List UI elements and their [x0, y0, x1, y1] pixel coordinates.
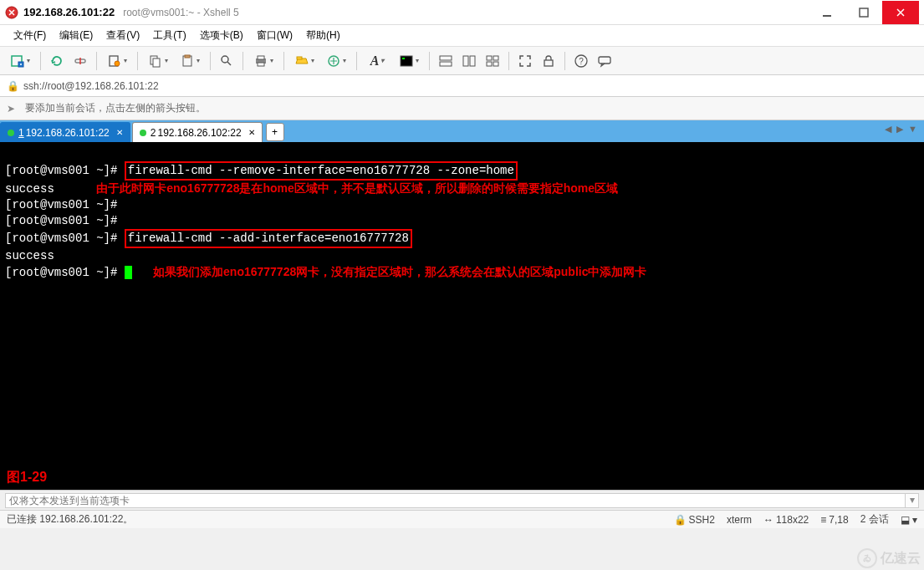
prompt: [root@vms001 ~]# [5, 232, 117, 245]
lock-icon: 🔒 [674, 514, 687, 526]
svg-text:?: ? [579, 57, 584, 66]
window-titlebar: 192.168.26.101:22 root@vms001:~ - Xshell… [0, 0, 924, 25]
session-tab-2[interactable]: 2 192.168.26.102:22 ✕ [132, 122, 263, 142]
svg-rect-22 [463, 56, 468, 66]
menu-window[interactable]: 窗口(W) [250, 28, 299, 43]
svg-rect-19 [402, 58, 405, 59]
status-extra[interactable]: ⬓ ▾ [901, 514, 917, 526]
toolbar-separator [210, 52, 211, 70]
send-input[interactable] [5, 493, 906, 508]
resize-icon: ↔ [763, 514, 773, 526]
svg-rect-18 [401, 56, 412, 66]
svg-rect-11 [185, 55, 190, 58]
tab-list-icon[interactable]: ▼ [906, 124, 919, 135]
svg-rect-24 [487, 56, 492, 60]
menu-edit[interactable]: 编辑(E) [53, 28, 100, 43]
feedback-button[interactable] [594, 50, 615, 72]
minimize-button[interactable] [809, 1, 845, 24]
add-session-arrow-button[interactable]: ➤ [7, 103, 20, 115]
menu-tools[interactable]: 工具(T) [146, 28, 192, 43]
svg-point-12 [222, 56, 228, 63]
status-dot-icon [140, 130, 146, 136]
svg-rect-16 [297, 57, 302, 59]
toolbar-separator [242, 52, 243, 70]
toolbar: ▾ ▾ ▾ ▾ ▾ ▾ ▾ A▾ ▾ ? [0, 47, 924, 75]
maximize-button[interactable] [845, 1, 882, 24]
info-bar: ➤ 要添加当前会话，点击左侧的箭头按钮。 [0, 97, 924, 120]
watermark-icon: ゐ [857, 548, 877, 568]
font-button[interactable]: A▾ [362, 50, 392, 72]
tab-nav: ◀ ▶ ▼ [883, 124, 919, 135]
svg-rect-15 [258, 63, 264, 66]
terminal-pane[interactable]: [root@vms001 ~]# firewall-cmd --remove-i… [0, 142, 924, 490]
send-bar: ▾ [0, 490, 924, 510]
new-session-button[interactable]: ▾ [5, 50, 35, 72]
svg-rect-21 [440, 62, 452, 66]
svg-rect-2 [860, 8, 868, 17]
menu-tab[interactable]: 选项卡(B) [193, 28, 250, 43]
status-cursor-pos: ≡7,18 [820, 514, 848, 526]
command-highlight-box: firewall-cmd --add-interface=eno16777728 [125, 229, 412, 248]
app-icon [5, 6, 18, 19]
figure-label: 图1-29 [7, 469, 47, 485]
tab-next-icon[interactable]: ▶ [895, 124, 905, 135]
send-mode-dropdown[interactable]: ▾ [906, 493, 919, 508]
help-button[interactable]: ? [570, 50, 592, 72]
svg-rect-23 [470, 56, 475, 66]
print-button[interactable]: ▾ [248, 50, 278, 72]
toolbar-separator [283, 52, 284, 70]
script-button[interactable]: ▾ [321, 50, 351, 72]
status-protocol: 🔒SSH2 [674, 514, 715, 526]
status-term: xterm [727, 514, 752, 526]
title-ip: 192.168.26.101:22 [23, 6, 115, 18]
watermark: ゐ 亿速云 [857, 548, 921, 568]
tile-grid-button[interactable] [482, 50, 503, 72]
toolbar-separator [356, 52, 357, 70]
copy-button[interactable]: ▾ [143, 50, 173, 72]
terminal-output: success [5, 249, 54, 262]
title-app: root@vms001:~ - Xshell 5 [123, 7, 239, 18]
annotation-text: 如果我们添加eno16777728网卡，没有指定区域时，那么系统会在默认的区域p… [153, 265, 646, 278]
xftp-button[interactable]: ▾ [289, 50, 319, 72]
tab-number: 1 [18, 127, 24, 139]
menu-file[interactable]: 文件(F) [7, 28, 53, 43]
toolbar-separator [96, 52, 97, 70]
svg-rect-25 [493, 56, 498, 60]
disconnect-button[interactable] [69, 50, 91, 72]
annotation-text: 由于此时网卡eno16777728是在home区域中，并不是默认区域，所以删除的… [96, 181, 618, 195]
svg-rect-28 [544, 60, 553, 66]
lock-button[interactable] [538, 50, 559, 72]
tab-label: 192.168.26.102:22 [157, 127, 241, 139]
paste-button[interactable]: ▾ [175, 50, 205, 72]
session-tab-1[interactable]: 1 192.168.26.101:22 ✕ [0, 122, 130, 142]
toolbar-separator [137, 52, 138, 70]
tile-vertical-button[interactable] [458, 50, 480, 72]
close-button[interactable] [882, 1, 919, 24]
tab-close-icon[interactable]: ✕ [248, 128, 255, 137]
svg-rect-9 [153, 59, 160, 67]
prompt: [root@vms001 ~]# [5, 164, 117, 177]
reconnect-button[interactable] [46, 50, 68, 72]
terminal-output: success [5, 182, 54, 196]
lock-icon: 🔒 [7, 80, 18, 92]
address-bar[interactable]: 🔒 ssh://root@192.168.26.101:22 [0, 75, 924, 97]
menu-help[interactable]: 帮助(H) [299, 28, 347, 43]
menu-view[interactable]: 查看(V) [100, 28, 146, 43]
status-dot-icon [8, 130, 14, 136]
svg-point-7 [115, 61, 120, 66]
toolbar-separator [508, 52, 509, 70]
find-button[interactable] [216, 50, 237, 72]
tab-prev-icon[interactable]: ◀ [883, 124, 893, 135]
toolbar-separator [564, 52, 565, 70]
svg-rect-14 [258, 56, 264, 59]
status-bar: 已连接 192.168.26.101:22。 🔒SSH2 xterm ↔118x… [0, 510, 924, 528]
status-connection: 已连接 192.168.26.101:22。 [7, 512, 674, 527]
color-scheme-button[interactable]: ▾ [394, 50, 424, 72]
fullscreen-button[interactable] [514, 50, 536, 72]
properties-button[interactable]: ▾ [102, 50, 132, 72]
svg-rect-1 [823, 15, 831, 17]
position-icon: ≡ [820, 514, 826, 526]
tile-horizontal-button[interactable] [435, 50, 457, 72]
add-tab-button[interactable]: + [266, 123, 284, 141]
tab-close-icon[interactable]: ✕ [116, 128, 123, 137]
